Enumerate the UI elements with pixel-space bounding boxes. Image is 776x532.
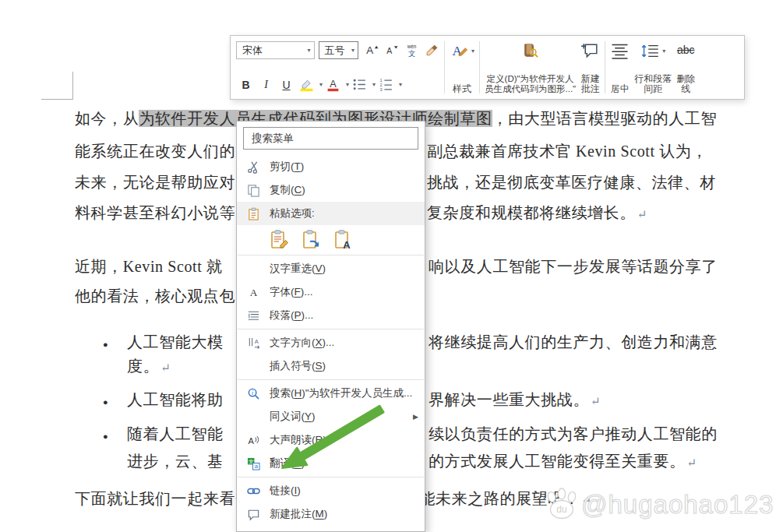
chevron-down-icon[interactable]: ▾ — [319, 81, 323, 88]
underline-button[interactable]: U — [277, 75, 296, 94]
copy-icon — [245, 184, 262, 197]
text-segment: 复杂度和规模都将继续增长。 — [427, 204, 636, 221]
phonetic-guide-button[interactable]: wén文 — [402, 41, 422, 60]
menu-item-copy[interactable]: 复制(C) — [237, 178, 425, 202]
paste-merge-formatting-button[interactable] — [302, 229, 323, 250]
read-aloud-icon: A — [245, 434, 262, 447]
text-segment: 近期，Kevin Scott 就 — [75, 258, 223, 275]
shrink-font-button[interactable]: A — [382, 41, 401, 60]
text-segment: 如今，从 — [75, 110, 139, 127]
bullet-list-button[interactable] — [350, 75, 369, 94]
svg-text:A: A — [249, 287, 257, 298]
align-center-icon — [610, 42, 630, 60]
svg-text:文: 文 — [408, 49, 416, 58]
menu-item-hanzi-reselect[interactable]: 汉字重选(V) — [237, 257, 425, 280]
document-text-run: 未来，无论是帮助应对 — [75, 171, 235, 193]
paragraph-mark: ↵ — [687, 456, 697, 469]
document-text-run: 他的看法，核心观点包 — [75, 285, 235, 307]
chevron-down-icon[interactable]: ▾ — [346, 81, 349, 88]
svg-text:A: A — [330, 79, 337, 90]
italic-button[interactable]: I — [256, 75, 276, 94]
paragraph-mark: ↵ — [637, 208, 647, 220]
format-painter-button[interactable] — [422, 41, 442, 60]
paste-keep-source-formatting-button[interactable] — [270, 229, 291, 250]
chevron-down-icon[interactable]: ▾ — [372, 81, 376, 88]
text-segment: 进步，云、基 — [127, 453, 224, 470]
menu-item-label: 文字方向(X)... — [270, 336, 334, 350]
paste-text-only-button[interactable]: A — [333, 229, 354, 250]
strikethrough-label-line2: 线 — [676, 84, 695, 94]
menu-item-text-direction[interactable]: A文字方向(X)... — [237, 331, 425, 354]
grow-font-button[interactable]: A — [362, 41, 381, 60]
document-text-run: 度。↵ — [127, 355, 171, 379]
menu-item-link[interactable]: 链接(I) — [237, 479, 425, 502]
text-highlight-button[interactable] — [297, 75, 316, 94]
font-a-icon: A — [245, 286, 262, 299]
document-text-run: 进步，云、基 — [127, 450, 224, 472]
paw-logo-text: du — [556, 504, 566, 515]
line-spacing-label-line2: 间距 — [634, 84, 672, 94]
menu-item-label: 大声朗读(R) — [270, 433, 326, 447]
text-segment: 的方式发展人工智能变得至关重要。 — [429, 453, 686, 470]
text-segment: 响以及人工智能下一步发展等话题分享了 — [429, 258, 718, 275]
chevron-down-icon[interactable]: ▾ — [399, 81, 402, 88]
text-segment: 随着人工智能 — [127, 425, 224, 442]
document-text-run: 随着人工智能 — [127, 423, 224, 445]
text-segment: 人工智能将助 — [127, 391, 224, 408]
document-text-run: 续以负责任的方式为客户推动人工智能的 — [429, 423, 718, 445]
menu-item-font[interactable]: A字体(F)... — [237, 280, 425, 304]
menu-item-new-comment[interactable]: 新建批注(M) — [237, 502, 425, 526]
chevron-down-icon: ▾ — [471, 48, 474, 55]
svg-text:i: i — [252, 389, 253, 396]
translate-icon: 文a — [245, 457, 262, 470]
bullet-dot: ● — [103, 397, 108, 407]
font-size-select[interactable]: 五号 ▾ — [319, 41, 358, 59]
font-color-button[interactable]: A — [323, 75, 343, 94]
numbered-list-button[interactable]: 123 — [376, 75, 396, 94]
paste-options-row: A — [237, 225, 425, 253]
document-text-run: 响以及人工智能下一步发展等话题分享了 — [429, 255, 718, 277]
menu-item-translate[interactable]: 文a翻译(S) — [237, 452, 425, 475]
text-highlight-icon — [299, 77, 314, 92]
text-segment: 未来，无论是帮助应对 — [75, 174, 235, 191]
menu-item-cut[interactable]: 剪切(T) — [237, 155, 425, 178]
svg-text:A: A — [386, 47, 392, 55]
menu-item-label: 搜索(H)"为软件开发人员生成... — [270, 386, 412, 400]
menu-item-insert-symbol[interactable]: 插入符号(S) — [237, 354, 425, 378]
line-spacing-button[interactable]: ▾ 行和段落 间距 — [632, 37, 674, 97]
paragraph-icon — [245, 309, 262, 322]
font-color-icon: A — [326, 77, 340, 92]
new-comment-button[interactable]: 新建 批注 — [578, 37, 602, 97]
document-text-run: 复杂度和规模都将继续增长。↵ — [427, 202, 647, 225]
menu-item-search[interactable]: i搜索(H)"为软件开发人员生成... — [237, 382, 425, 405]
menu-item-paste-options[interactable]: 粘贴选项: — [237, 202, 425, 225]
text-segment: 将继续提高人们的生产力、创造力和满意 — [429, 333, 718, 351]
define-button[interactable]: 定义(D)"为软件开发人 员生成代码到为图形..." — [482, 37, 578, 97]
document-text-run: ● — [103, 423, 108, 447]
strikethrough-button[interactable]: abc 删除 线 — [674, 37, 697, 97]
define-label-line1: 定义(D)"为软件开发人 — [485, 74, 576, 84]
shrink-font-icon: A — [384, 43, 399, 58]
scissors-icon — [245, 160, 262, 174]
menu-separator — [238, 379, 424, 380]
font-name-value: 宋体 — [242, 44, 263, 58]
font-name-select[interactable]: 宋体 ▾ — [236, 41, 315, 59]
toolbar-divider — [605, 41, 605, 93]
page-margin-mark — [41, 72, 73, 100]
align-center-button[interactable]: 居中 — [608, 37, 632, 97]
menu-search-box[interactable] — [243, 127, 418, 150]
font-size-value: 五号 — [325, 44, 345, 58]
document-text-run: 近期，Kevin Scott 就 — [75, 255, 223, 277]
menu-item-read-aloud[interactable]: A大声朗读(R) — [237, 428, 425, 452]
svg-text:A: A — [254, 337, 259, 344]
text-segment: 能系统正在改变人们的 — [75, 143, 235, 160]
menu-item-label: 翻译(S) — [270, 456, 305, 470]
bold-button[interactable]: B — [236, 75, 256, 94]
menu-search-input[interactable] — [244, 132, 418, 144]
menu-item-paragraph[interactable]: 段落(P)... — [237, 304, 425, 327]
text-segment: 副总裁兼首席技术官 Kevin Scott 认为， — [427, 143, 707, 160]
styles-button[interactable]: A▾ 样式 — [447, 37, 477, 97]
text-direction-icon: A — [245, 336, 262, 350]
menu-item-synonyms[interactable]: 同义词(Y)▶ — [237, 405, 425, 428]
document-text-run: 人工智能大模 — [127, 331, 224, 353]
